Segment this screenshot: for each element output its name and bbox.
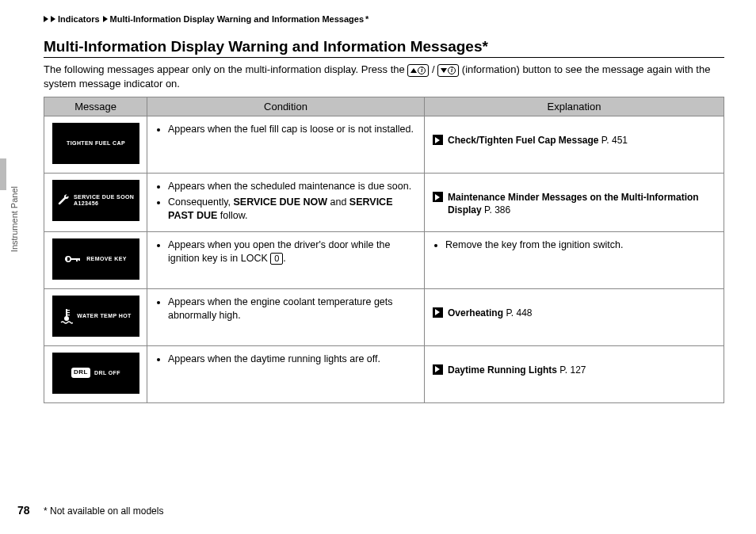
bold-text: SERVICE DUE NOW bbox=[233, 196, 327, 208]
intro-part: The following messages appear only on th… bbox=[44, 63, 407, 75]
xref-arrow-icon bbox=[433, 135, 443, 145]
col-header-condition: Condition bbox=[147, 97, 425, 116]
col-header-explanation: Explanation bbox=[425, 97, 724, 116]
condition-list: Appears when the scheduled maintenance i… bbox=[155, 180, 416, 223]
tighten-fuel-cap-icon: TIGHTEN FUEL CAP bbox=[52, 123, 139, 164]
text: and bbox=[327, 196, 349, 208]
remove-key-icon: REMOVE KEY bbox=[52, 238, 139, 280]
intro-part: / bbox=[432, 63, 437, 75]
breadcrumb-asterisk: * bbox=[365, 14, 368, 24]
col-header-message: Message bbox=[44, 97, 147, 116]
table-row: WATER TEMP HOT Appears when the engine c… bbox=[44, 288, 724, 345]
messages-table: Message Condition Explanation TIGHTEN FU… bbox=[44, 97, 724, 403]
table-row: TIGHTEN FUEL CAP Appears when the fuel f… bbox=[44, 116, 724, 174]
condition-item: Appears when the scheduled maintenance i… bbox=[168, 180, 416, 193]
cross-reference: Maintenance Minder Messages on the Multi… bbox=[433, 191, 716, 216]
svg-rect-7 bbox=[67, 312, 70, 313]
xref-title: Overheating bbox=[448, 307, 503, 318]
condition-list: Appears when the daytime running lights … bbox=[155, 353, 416, 366]
water-temp-icon: WATER TEMP HOT bbox=[52, 296, 139, 337]
service-due-icon: SERVICE DUE SOON A123456 bbox=[52, 180, 139, 221]
svg-rect-4 bbox=[66, 309, 67, 317]
xref-page: P. 448 bbox=[506, 307, 532, 318]
page-title-text: Multi-Information Display Warning and In… bbox=[44, 38, 483, 55]
explanation-list: Remove the key from the ignition switch. bbox=[433, 238, 716, 252]
svg-rect-6 bbox=[67, 310, 70, 311]
condition-list: Appears when the engine coolant temperat… bbox=[155, 296, 416, 322]
xref-title: Daytime Running Lights bbox=[448, 364, 557, 376]
table-row: DRL DRL OFF Appears when the daytime run… bbox=[44, 345, 724, 402]
chevron-right-icon bbox=[44, 16, 48, 22]
lock-position-icon: 0 bbox=[270, 253, 283, 265]
xref-arrow-icon bbox=[433, 192, 443, 202]
intro-text: The following messages appear only on th… bbox=[44, 63, 724, 90]
chevron-right-icon bbox=[103, 16, 108, 22]
xref-page: P. 451 bbox=[601, 135, 628, 146]
xref-page: P. 127 bbox=[559, 364, 586, 376]
text: follow. bbox=[217, 210, 247, 221]
xref-arrow-icon bbox=[433, 364, 443, 375]
key-icon bbox=[65, 254, 82, 264]
text: Consequently, bbox=[168, 196, 233, 208]
condition-item: Consequently, SERVICE DUE NOW and SERVIC… bbox=[168, 196, 416, 223]
table-row: SERVICE DUE SOON A123456 Appears when th… bbox=[44, 174, 724, 232]
svg-rect-3 bbox=[78, 258, 80, 261]
icon-label: REMOVE KEY bbox=[86, 256, 127, 262]
condition-item: Appears when the fuel fill cap is loose … bbox=[168, 123, 416, 136]
page-title: Multi-Information Display Warning and In… bbox=[44, 38, 724, 58]
icon-label: SERVICE DUE SOON A123456 bbox=[74, 194, 135, 207]
page-number: 78 bbox=[17, 504, 30, 517]
page-title-asterisk: * bbox=[483, 38, 488, 55]
svg-rect-8 bbox=[67, 315, 70, 315]
svg-rect-2 bbox=[76, 258, 78, 261]
xref-title: Check/Tighten Fuel Cap Message bbox=[448, 135, 599, 146]
icon-label: DRL OFF bbox=[94, 370, 120, 376]
icon-label: WATER TEMP HOT bbox=[77, 313, 131, 319]
xref-page: P. 386 bbox=[484, 204, 510, 216]
breadcrumb-seg: Multi-Information Display Warning and In… bbox=[110, 14, 364, 24]
side-tab bbox=[0, 158, 6, 190]
up-info-button-icon: i bbox=[407, 64, 429, 77]
condition-item: Appears when the daytime running lights … bbox=[168, 353, 416, 366]
breadcrumb-seg: Indicators bbox=[58, 14, 100, 24]
icon-label: TIGHTEN FUEL CAP bbox=[67, 140, 125, 147]
explanation-item: Remove the key from the ignition switch. bbox=[445, 238, 716, 252]
drl-off-icon: DRL DRL OFF bbox=[52, 353, 139, 394]
section-side-label: Instrument Panel bbox=[10, 186, 19, 252]
footnote: * Not available on all models bbox=[44, 505, 163, 517]
condition-item: Appears when the engine coolant temperat… bbox=[168, 296, 416, 322]
condition-list: Appears when you open the driver's door … bbox=[155, 238, 416, 265]
svg-point-5 bbox=[64, 316, 69, 321]
breadcrumb: Indicators Multi-Information Display War… bbox=[44, 14, 724, 24]
cross-reference: Overheating P. 448 bbox=[433, 307, 716, 319]
down-info-button-icon: i bbox=[437, 64, 459, 77]
cross-reference: Daytime Running Lights P. 127 bbox=[433, 364, 716, 376]
xref-arrow-icon bbox=[433, 307, 443, 318]
text: . bbox=[283, 253, 285, 264]
cross-reference: Check/Tighten Fuel Cap Message P. 451 bbox=[433, 134, 716, 147]
drl-badge-icon: DRL bbox=[71, 368, 90, 378]
table-row: REMOVE KEY Appears when you open the dri… bbox=[44, 231, 724, 288]
svg-rect-1 bbox=[71, 258, 79, 260]
condition-list: Appears when the fuel fill cap is loose … bbox=[155, 123, 416, 136]
wrench-icon bbox=[57, 194, 70, 207]
chevron-right-icon bbox=[51, 16, 55, 22]
thermometer-icon bbox=[60, 308, 73, 324]
condition-item: Appears when you open the driver's door … bbox=[168, 238, 416, 265]
